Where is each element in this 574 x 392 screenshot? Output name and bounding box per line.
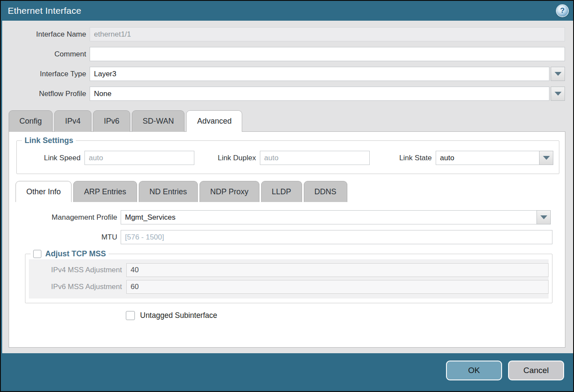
interface-name-label: Interface Name xyxy=(3,30,90,39)
comment-row: Comment xyxy=(1,47,573,61)
chevron-down-icon xyxy=(555,92,562,96)
management-profile-dropdown-button[interactable] xyxy=(537,210,551,224)
management-profile-select xyxy=(121,210,551,224)
link-settings-row: Link Speed Link Duplex Link State xyxy=(17,151,559,165)
management-profile-label: Management Profile xyxy=(9,213,121,222)
tab-sdwan[interactable]: SD-WAN xyxy=(132,110,184,132)
adjust-tcp-mss-legend: Adjust TCP MSS xyxy=(31,249,109,258)
management-profile-field[interactable] xyxy=(121,210,537,224)
ipv4-mss-row: IPv4 MSS Adjustment xyxy=(29,263,549,277)
link-settings-legend: Link Settings xyxy=(22,136,76,145)
ipv6-mss-row: IPv6 MSS Adjustment xyxy=(29,280,549,294)
comment-label: Comment xyxy=(3,50,90,59)
ipv6-mss-label: IPv6 MSS Adjustment xyxy=(29,283,126,291)
cancel-button[interactable]: Cancel xyxy=(508,361,564,380)
netflow-profile-field[interactable] xyxy=(90,87,549,101)
link-duplex-field[interactable] xyxy=(260,151,370,165)
adjust-tcp-mss-label: Adjust TCP MSS xyxy=(45,249,106,258)
adjust-tcp-mss-fieldset: Adjust TCP MSS IPv4 MSS Adjustment IPv6 … xyxy=(25,249,552,303)
ipv6-mss-field xyxy=(126,280,549,294)
interface-type-dropdown-button[interactable] xyxy=(551,67,565,81)
netflow-profile-label: Netflow Profile xyxy=(3,90,90,98)
interface-type-field[interactable] xyxy=(90,67,549,81)
top-form: Interface Name Comment Interface Type Ne… xyxy=(1,21,573,106)
ipv4-mss-label: IPv4 MSS Adjustment xyxy=(29,266,126,274)
netflow-profile-row: Netflow Profile xyxy=(1,87,573,101)
footer-bar: OK Cancel xyxy=(1,353,573,391)
advanced-tab-panel: Link Settings Link Speed Link Duplex Lin… xyxy=(9,131,565,348)
help-icon[interactable]: ? xyxy=(557,5,568,16)
adjust-tcp-mss-checkbox[interactable] xyxy=(33,250,41,258)
sub-tab-bar: Other Info ARP Entries ND Entries NDP Pr… xyxy=(9,181,565,202)
title-bar: Ethernet Interface ? xyxy=(1,1,573,21)
tab-advanced[interactable]: Advanced xyxy=(186,110,242,132)
ethernet-interface-dialog: Ethernet Interface ? Interface Name Comm… xyxy=(0,0,574,392)
link-duplex-label: Link Duplex xyxy=(194,154,260,162)
comment-field[interactable] xyxy=(90,47,565,61)
link-state-select xyxy=(436,151,545,165)
management-profile-row: Management Profile xyxy=(9,210,565,224)
link-state-dropdown-button[interactable] xyxy=(539,151,553,165)
interface-type-label: Interface Type xyxy=(3,70,90,78)
mtu-field[interactable] xyxy=(121,230,552,244)
subtab-arp-entries[interactable]: ARP Entries xyxy=(73,181,137,202)
tab-ipv4[interactable]: IPv4 xyxy=(54,110,91,132)
subtab-ndp-proxy[interactable]: NDP Proxy xyxy=(200,181,259,202)
chevron-down-icon xyxy=(543,156,550,160)
mtu-row: MTU xyxy=(9,230,565,244)
subtab-other-info[interactable]: Other Info xyxy=(16,181,72,202)
interface-name-row: Interface Name xyxy=(1,27,573,41)
main-tab-bar: Config IPv4 IPv6 SD-WAN Advanced xyxy=(1,110,573,131)
ipv4-mss-field xyxy=(126,263,549,277)
subtab-lldp[interactable]: LLDP xyxy=(261,181,302,202)
chevron-down-icon xyxy=(555,72,562,76)
link-state-label: Link State xyxy=(370,154,436,162)
tab-ipv6[interactable]: IPv6 xyxy=(93,110,130,132)
subtab-nd-entries[interactable]: ND Entries xyxy=(139,181,198,202)
chevron-down-icon xyxy=(540,215,547,219)
interface-name-field xyxy=(90,27,565,41)
link-state-field[interactable] xyxy=(436,151,540,165)
untagged-subinterface-label: Untagged Subinterface xyxy=(140,311,217,320)
ok-button[interactable]: OK xyxy=(446,361,502,380)
untagged-subinterface-checkbox[interactable] xyxy=(126,311,135,320)
untagged-subinterface-row: Untagged Subinterface xyxy=(126,311,565,320)
dialog-title: Ethernet Interface xyxy=(8,6,557,16)
mss-panel: IPv4 MSS Adjustment IPv6 MSS Adjustment xyxy=(29,259,549,299)
mtu-label: MTU xyxy=(9,233,121,242)
link-speed-field[interactable] xyxy=(84,151,194,165)
netflow-profile-dropdown-button[interactable] xyxy=(551,87,565,101)
interface-type-row: Interface Type xyxy=(1,67,573,81)
tab-config[interactable]: Config xyxy=(9,110,53,132)
subtab-ddns[interactable]: DDNS xyxy=(304,181,347,202)
link-speed-label: Link Speed xyxy=(17,154,84,162)
link-settings-fieldset: Link Settings Link Speed Link Duplex Lin… xyxy=(16,136,559,174)
